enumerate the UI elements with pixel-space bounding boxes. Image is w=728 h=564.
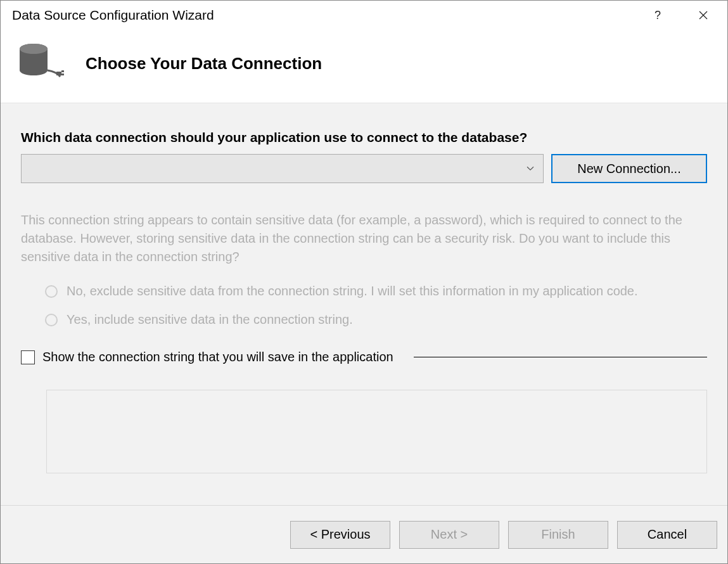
page-heading: Choose Your Data Connection (86, 54, 322, 74)
help-icon: ? (655, 9, 661, 22)
wizard-window: Data Source Configuration Wizard ? Choos… (0, 0, 728, 564)
close-button[interactable] (689, 6, 717, 25)
connection-row: New Connection... (21, 154, 707, 183)
svg-rect-5 (61, 70, 64, 72)
svg-point-3 (20, 44, 48, 54)
chevron-down-icon (527, 160, 534, 174)
database-icon (18, 42, 68, 85)
finish-label: Finish (541, 527, 575, 542)
show-connection-checkbox[interactable] (21, 350, 35, 364)
connection-string-box (46, 390, 707, 473)
window-title: Data Source Configuration Wizard (12, 8, 644, 23)
radio-exclude-sensitive: No, exclude sensitive data from the conn… (45, 284, 707, 298)
radio-include-sensitive: Yes, include sensitive data in the conne… (45, 312, 707, 327)
new-connection-button[interactable]: New Connection... (551, 154, 707, 183)
svg-rect-6 (61, 74, 64, 75)
show-connection-label: Show the connection string that you will… (42, 350, 393, 364)
svg-rect-4 (56, 72, 61, 75)
sensitive-radio-group: No, exclude sensitive data from the conn… (21, 284, 707, 341)
radio-icon (45, 314, 58, 326)
cancel-label: Cancel (648, 527, 687, 542)
sensitive-data-note: This connection string appears to contai… (21, 211, 707, 266)
cancel-button[interactable]: Cancel (617, 521, 717, 549)
radio-include-label: Yes, include sensitive data in the conne… (67, 312, 353, 327)
next-label: Next > (431, 527, 468, 542)
previous-label: < Previous (310, 527, 370, 542)
wizard-footer: < Previous Next > Finish Cancel (1, 505, 727, 563)
help-button[interactable]: ? (644, 6, 672, 25)
new-connection-label: New Connection... (577, 162, 680, 176)
close-icon (699, 8, 708, 23)
titlebar: Data Source Configuration Wizard ? (1, 1, 727, 30)
previous-button[interactable]: < Previous (290, 521, 390, 549)
question-label: Which data connection should your applic… (21, 130, 707, 145)
radio-icon (45, 285, 58, 298)
next-button[interactable]: Next > (399, 521, 499, 549)
connection-dropdown[interactable] (21, 154, 544, 183)
wizard-header: Choose Your Data Connection (1, 30, 727, 103)
finish-button[interactable]: Finish (508, 521, 608, 549)
show-connection-row: Show the connection string that you will… (21, 350, 707, 364)
wizard-body: Which data connection should your applic… (1, 103, 727, 505)
radio-exclude-label: No, exclude sensitive data from the conn… (67, 284, 638, 298)
divider (414, 357, 707, 357)
